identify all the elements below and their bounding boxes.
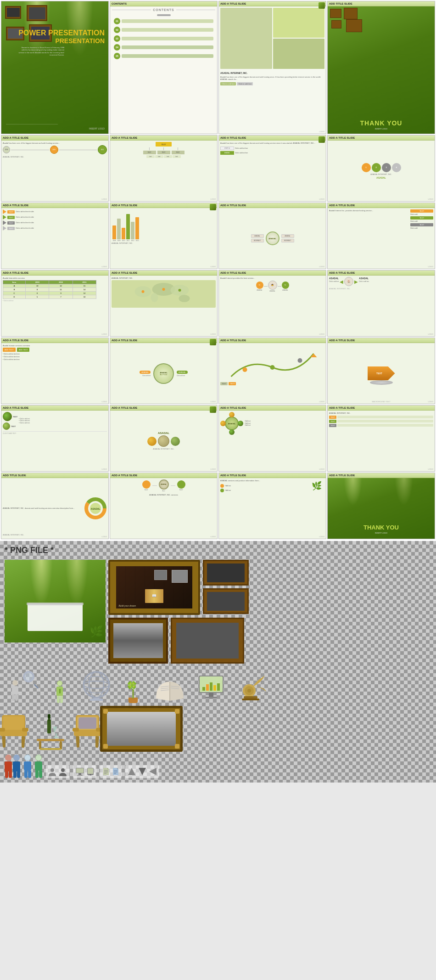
ornate-frame-1: 📖 Build your dream [108,560,200,615]
svg-rect-49 [22,736,24,746]
slide-timeline-text: Asadal has been one of the biggest domai… [3,142,107,144]
png-row-1: 🌿 � [5,560,431,664]
slide-pie: ADD TItLE SLIDE ASADAL INTERNET, INC. do… [1,473,109,539]
slide-org-header: ADD A TITLE SLIDE [110,135,217,141]
logo-asadal-circle: LOGO [210,400,216,403]
svg-point-4 [151,293,158,302]
asadal-process1: ASADAL [257,289,263,291]
svg-point-10 [270,365,275,370]
logo-process: LOGO [319,333,324,335]
hero-presentation: PRESENTATION [18,37,105,45]
hero-subtitle: Started its business in Seoul Korea in F… [18,46,64,56]
slide-table: ADD A TITLE SLIDE Asadal data table over… [1,270,109,337]
slide-asadal-icon [319,136,325,143]
logo-mark-t: LOGO [101,198,107,200]
logo-barchart: LOGO [210,265,216,268]
small-frame-1 [203,560,249,586]
slide-barchart: ADD A TITLE SLIDE 2008 2009 [110,203,218,269]
slide-thankyou-2: ADD A TITLE SLIDE THANK YOU INSERT LOGO [327,473,435,539]
slide-thankyou2-header: ADD A TITLE SLIDE [328,473,435,478]
slide-path-header: ADD A TITLE SLIDE [219,338,326,343]
bottom-icons-row [5,755,431,778]
circle-add-text3: • Add text [245,424,324,427]
svg-rect-74 [76,768,84,773]
slide-connected-header: ADD A TITLE SLIDE [110,473,217,478]
nature-item1: • Add text [225,485,231,487]
slide-nature: ADD A TITLE SLIDE ASADAL services and pr… [218,473,326,539]
svg-rect-63 [78,717,96,729]
slide-org: ADD A TITLE SLIDE TEXT TEXT TEXT [110,135,218,202]
logo-table: LOGO [101,333,107,335]
slide-path-arrows: ADD A TITLE SLIDE TEXT TEXT LOGO [218,338,326,404]
svg-rect-34 [213,685,216,691]
slide-3-header: ADD A TITLE SLIDE [219,1,326,6]
insert-logo-sm: INSERT LOGO [375,128,387,130]
frames-col-2 [203,560,249,615]
slide-asadal-circle: ADD A TITLE SLIDE ASADAL Click add text … [110,338,218,404]
gramophone-3d [234,666,271,703]
svg-rect-42 [242,698,259,700]
svg-point-7 [179,289,181,292]
content-item-3: 03 [114,35,213,42]
slide-process-header: ADD A TITLE SLIDE [219,270,326,276]
asadal-left1: ASADAL [140,371,151,374]
logo-bubbles: LOGO [101,468,107,470]
svg-point-19 [84,681,109,688]
conn-label2: TEXT [179,489,183,491]
logo-arrows: LOGO [101,265,107,268]
slide-3: ADD A TITLE SLIDE ASADAL INTERNET, INC. … [218,1,326,134]
svg-rect-67 [77,736,79,746]
slide-barchart-icon [210,204,216,210]
slide-step-header: ADD A TITLE SLIDE [328,135,435,141]
plant-3d: 🍀 [119,666,147,703]
vintage-furniture [5,706,96,752]
slide-balls: ADD A TITLE SLIDE ASADAL ASADAL INTERNET [110,405,218,472]
arrow-text-1: TEXT [7,210,15,214]
slide-3d-arrows: ADD A TITLE SLIDE TEXT BACKGROUND TEXT L… [327,338,435,404]
slide3-asadal: ASADAL INTERNET, INC. [220,72,324,75]
asadal-barchart: ASADAL INTERNET, INC. [112,242,216,244]
svg-point-22 [89,698,103,701]
furniture-row [5,706,431,752]
slide-worldmap: ADD A TITLE SLIDE ASADAL INTERNET, INC. [110,270,218,337]
background-text: BACKGROUND TEXT [372,400,391,403]
frame-quote: Build your dream [118,604,136,607]
svg-rect-41 [244,696,257,698]
user-icons-set [46,765,69,778]
asadal-nav2: ASADAL [359,277,369,280]
logo-pie: LOGO [101,535,107,538]
magnifier-figure [5,666,41,703]
logo-path: LOGO [319,400,324,403]
content-item-2: 02 [114,27,213,33]
slide-circle-diag: ADD A TITLE SLIDE ASADAL INTERNET ASADAL… [218,203,326,269]
svg-rect-48 [3,736,6,746]
svg-rect-68 [95,736,98,746]
arrow-icons-set [125,765,159,778]
figure-blue [13,755,20,778]
logo-asadal-text: LOGO [319,198,324,200]
svg-marker-87 [139,768,146,775]
nature-item2: • Add text [225,490,231,491]
slide-pie-text: ASADAL INTERNET, INC. domain and web hos… [3,507,83,510]
arrow-text-4: TEXT [7,227,15,230]
svg-rect-60 [40,748,61,750]
hero-title: POWER PRESENTATION [18,29,105,37]
text-list-3: TEXT [329,424,336,427]
logo-textbox: LOGO [101,400,107,403]
slide-connected: ADD A TITLE SLIDE TEXT ASADAL Auto [110,473,218,539]
svg-rect-69 [73,728,79,732]
svg-point-18 [89,672,104,698]
asadal-nav1: ASADAL [329,277,339,280]
path-text-1: TEXT [220,382,228,385]
wide-frame-bottom [171,618,244,664]
slide-text-labels: ADD A TITLE SLIDE Asadal Internet Inc. p… [327,203,435,269]
arrow-text-3: TEXT [7,221,15,225]
frames-row-2 [108,618,431,664]
slide-text-list-header: ADD A TITLE SLIDE [328,406,435,411]
svg-rect-50 [0,728,5,732]
slide-asadal-text: ADD A TITLE SLIDE Asadal has been one of… [218,135,326,202]
connected-body: ASADAL INTERNET, INC. services [149,494,178,496]
thankyou2-text: THANK YOU [363,524,399,531]
svg-rect-33 [210,682,212,691]
svg-point-5 [162,288,165,291]
